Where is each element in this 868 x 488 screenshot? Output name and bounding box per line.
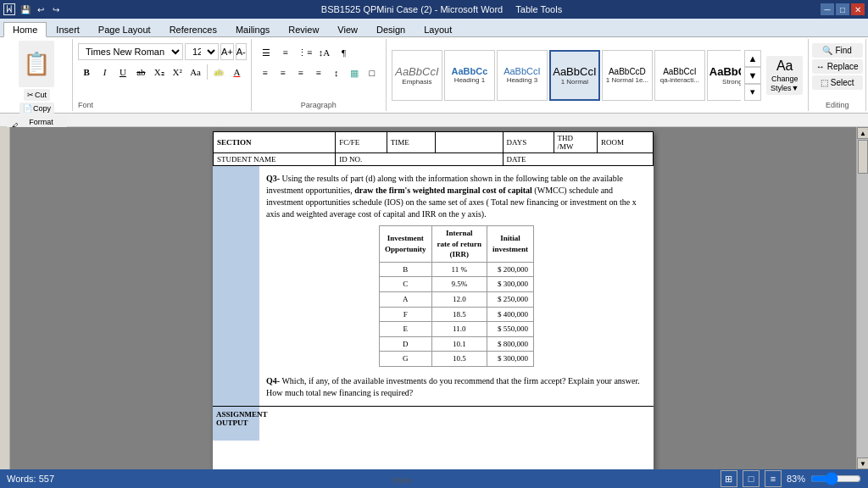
- select-button[interactable]: ⬚ Select: [812, 75, 863, 90]
- styles-more[interactable]: ▾: [744, 84, 761, 101]
- select-icon: ⬚: [821, 78, 828, 87]
- find-button[interactable]: 🔍 Find: [812, 43, 863, 58]
- assignment-label: ASSIGNMENTOUTPUT: [213, 407, 259, 441]
- replace-button[interactable]: ↔ Replace: [812, 59, 863, 74]
- time-value: [435, 132, 503, 153]
- section-label: SECTION: [214, 132, 336, 153]
- tab-home[interactable]: Home: [3, 22, 47, 37]
- view-normal-button[interactable]: ⊞: [721, 470, 737, 487]
- font-name-row: Times New Roman 12 A+ A-: [78, 43, 246, 60]
- superscript-button[interactable]: X²: [169, 63, 186, 81]
- table-row: A 12.0 $ 250,000: [380, 291, 534, 307]
- save-qa-button[interactable]: 💾: [19, 3, 32, 16]
- view-layout-button[interactable]: □: [743, 470, 760, 487]
- decrease-font-button[interactable]: A-: [236, 43, 247, 60]
- paste-button[interactable]: 📋: [19, 41, 54, 87]
- sort-button[interactable]: ↕A: [315, 43, 334, 62]
- investment-cell: $ 200,000: [487, 262, 533, 277]
- close-button[interactable]: ✕: [851, 3, 865, 15]
- scroll-thumb[interactable]: [858, 140, 868, 174]
- redo-qa-button[interactable]: ↪: [49, 3, 63, 16]
- font-format-row: B I U ab X₂ X² Aa ab A: [78, 62, 246, 82]
- vertical-scrollbar[interactable]: ▲ ▼: [856, 127, 868, 469]
- tab-review[interactable]: Review: [279, 22, 328, 36]
- ribbon-group-clipboard: 📋 ✂ Cut 📄 Copy 🖌 Format Painter Clipboar…: [2, 39, 73, 111]
- scroll-down-button[interactable]: ▼: [857, 458, 868, 469]
- align-right-button[interactable]: ≡: [292, 64, 309, 82]
- assignment-section: ASSIGNMENTOUTPUT: [213, 406, 654, 441]
- scroll-up-button[interactable]: ▲: [857, 127, 868, 139]
- increase-font-button[interactable]: A+: [220, 43, 234, 60]
- title-bar-title: BSB1525 QPMini Case (2) - Microsoft Word…: [63, 4, 821, 14]
- ribbon-tabs: Home Insert Page Layout References Maili…: [0, 19, 868, 37]
- shading-button[interactable]: ▦: [346, 64, 363, 82]
- strikethrough-button[interactable]: ab: [132, 63, 149, 81]
- maximize-button[interactable]: □: [836, 3, 849, 15]
- undo-qa-button[interactable]: ↩: [34, 3, 47, 16]
- col-irr: Internalrate of return(IRR): [431, 226, 487, 263]
- highlight-button[interactable]: ab: [210, 63, 227, 81]
- bold-button[interactable]: B: [78, 63, 95, 81]
- styles-scroll-up[interactable]: ▲: [744, 50, 761, 67]
- q4-text: Q4- Which, if any, of the available inve…: [266, 375, 647, 399]
- document-area: SECTION FC/FE TIME DAYS THD/MW ROOM STUD…: [0, 127, 868, 469]
- change-styles-button[interactable]: Aa Change Styles▼: [766, 56, 803, 95]
- style-emphasis[interactable]: AaBbCcI Emphasis: [392, 50, 442, 101]
- tab-design[interactable]: Design: [367, 22, 415, 36]
- q3-text: Q3- Using the results of part (d) along …: [266, 173, 647, 220]
- table-row: C 9.5% $ 300,000: [380, 277, 534, 292]
- room-label: ROOM: [597, 132, 653, 153]
- ribbon-group-styles: AaBbCcI Emphasis AaBbCc Heading 1 AaBbCc…: [387, 39, 810, 111]
- ribbon: 📋 ✂ Cut 📄 Copy 🖌 Format Painter Clipboar…: [0, 37, 868, 114]
- title-bar: 🅆 💾 ↩ ↪ BSB1525 QPMini Case (2) - Micros…: [0, 0, 868, 19]
- font-name-select[interactable]: Times New Roman: [78, 43, 183, 60]
- cut-button[interactable]: ✂ Cut: [24, 89, 50, 101]
- irr-cell: 10.5: [431, 352, 487, 367]
- view-web-button[interactable]: ≡: [765, 470, 782, 487]
- binoculars-icon: 🔍: [822, 46, 832, 55]
- show-hide-button[interactable]: ¶: [335, 43, 353, 62]
- clipboard-buttons: 📋 ✂ Cut 📄 Copy 🖌 Format Painter: [7, 41, 67, 136]
- style-normal[interactable]: AaBbCcI 1 Normal: [549, 50, 600, 101]
- ruler: [0, 114, 868, 127]
- date-label: DATE: [503, 153, 653, 166]
- style-normal1e[interactable]: AaBbCcD 1 Normal 1e...: [602, 50, 653, 101]
- numbering-button[interactable]: ≡: [276, 43, 295, 62]
- zoom-slider[interactable]: [810, 472, 861, 485]
- border-button[interactable]: □: [364, 64, 381, 82]
- tab-mailings[interactable]: Mailings: [226, 22, 279, 36]
- investment-cell: $ 300,000: [487, 277, 533, 292]
- underline-button[interactable]: U: [114, 63, 131, 81]
- tab-references[interactable]: References: [160, 22, 226, 36]
- style-qa[interactable]: AaBbCcI qa-interacti...: [654, 50, 705, 101]
- bullets-button[interactable]: ☰: [257, 43, 275, 62]
- subscript-button[interactable]: X₂: [151, 63, 168, 81]
- change-case-button[interactable]: Aa: [186, 63, 203, 81]
- italic-button[interactable]: I: [96, 63, 113, 81]
- font-color-button[interactable]: A: [228, 63, 245, 81]
- tab-insert[interactable]: Insert: [47, 22, 89, 36]
- irr-cell: 9.5%: [431, 277, 487, 292]
- minimize-button[interactable]: ─: [821, 3, 834, 15]
- col-investment: Initialinvestment: [487, 226, 533, 263]
- copy-button[interactable]: 📄 Copy: [19, 103, 54, 114]
- opportunity-cell: G: [380, 352, 432, 367]
- align-center-button[interactable]: ≡: [275, 64, 292, 82]
- style-strong[interactable]: AaBbCcI Strong: [707, 50, 741, 101]
- replace-icon: ↔: [816, 62, 825, 71]
- align-left-button[interactable]: ≡: [257, 64, 274, 82]
- justify-button[interactable]: ≡: [310, 64, 327, 82]
- scroll-track[interactable]: [857, 139, 868, 458]
- style-heading3[interactable]: AaBbCcI Heading 3: [497, 50, 548, 101]
- table-tools-label: Table Tools: [515, 4, 562, 14]
- line-spacing-button[interactable]: ↕: [328, 64, 345, 82]
- multilevel-button[interactable]: ⋮≡: [296, 43, 314, 62]
- tab-layout[interactable]: Layout: [415, 22, 461, 36]
- table-row: G 10.5 $ 300,000: [380, 352, 534, 367]
- tab-view[interactable]: View: [328, 22, 367, 36]
- tab-page-layout[interactable]: Page Layout: [89, 22, 160, 36]
- styles-scroll-down[interactable]: ▼: [744, 67, 761, 84]
- font-size-select[interactable]: 12: [185, 43, 219, 60]
- style-heading1[interactable]: AaBbCc Heading 1: [444, 50, 495, 101]
- col-opportunity: InvestmentOpportunity: [380, 226, 432, 263]
